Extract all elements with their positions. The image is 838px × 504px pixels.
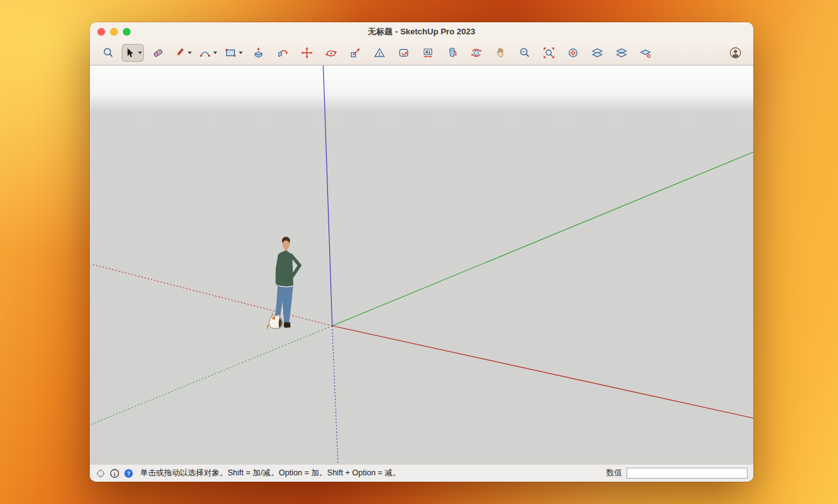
minimize-button[interactable] [110, 28, 118, 36]
help-icon[interactable]: ? [124, 468, 134, 479]
sketchup-window: 无标题 - SketchUp Pro 2023 A1 [90, 22, 753, 482]
axis-blue-solid [323, 66, 332, 326]
axis-red-solid [332, 326, 753, 418]
push-pull-tool-button[interactable] [248, 44, 269, 62]
svg-text:?: ? [127, 470, 130, 477]
dimension-tool-button[interactable]: A1 [417, 44, 438, 62]
pencil-icon [173, 46, 186, 59]
zoom-tool-button[interactable] [514, 44, 535, 62]
measurement-label: 数值 [606, 468, 622, 479]
section-plane-display-tool-button[interactable] [586, 44, 607, 62]
dropdown-caret-icon [213, 52, 217, 54]
protractor-tool-button[interactable] [369, 44, 390, 62]
select-tool-button[interactable] [122, 44, 144, 62]
shapes-tool-button[interactable] [222, 44, 245, 62]
viewport-canvas[interactable] [90, 66, 753, 464]
rectangle-icon [224, 46, 237, 59]
arc-tool-button[interactable] [197, 44, 219, 62]
geolocation-icon[interactable] [96, 468, 106, 479]
pan-tool-button[interactable] [490, 44, 511, 62]
scale-figure-person[interactable] [273, 237, 300, 328]
section-settings-icon [639, 46, 652, 59]
model-space [90, 66, 753, 464]
paint-bucket-tool-button[interactable] [441, 44, 462, 62]
axis-green-dotted [91, 326, 332, 424]
eraser-icon [152, 46, 164, 59]
follow-me-tool-button[interactable] [272, 44, 293, 62]
paint-bucket-icon [446, 46, 458, 59]
zoom-extents-icon [543, 46, 555, 59]
zoom-button[interactable] [123, 28, 131, 36]
toolbar: A1 [90, 41, 753, 66]
move-tool-button[interactable] [296, 44, 317, 62]
offset-tool-button[interactable] [393, 44, 414, 62]
user-account-icon [728, 46, 742, 60]
eraser-tool-button[interactable] [147, 44, 168, 62]
rotate-icon [325, 46, 337, 59]
zoom-extents-tool-button[interactable] [538, 44, 559, 62]
arc-icon [199, 46, 211, 59]
window-titlebar[interactable]: 无标题 - SketchUp Pro 2023 [90, 22, 753, 41]
dropdown-caret-icon [138, 52, 142, 54]
status-message: 单击或拖动以选择对象。Shift = 加/减。Option = 加。Shift … [140, 468, 401, 479]
overlays-gear-icon [567, 46, 579, 59]
traffic-lights [97, 22, 131, 41]
pan-hand-icon [494, 46, 507, 59]
dimension-icon: A1 [422, 46, 434, 59]
move-arrows-icon [301, 46, 313, 59]
offset-icon [397, 46, 410, 59]
measurement-input[interactable] [627, 468, 748, 479]
scale-tool-button[interactable] [344, 44, 366, 62]
toolbar-tools: A1 [97, 44, 725, 62]
axis-blue-dotted [332, 326, 338, 464]
status-bar: i ? 单击或拖动以选择对象。Shift = 加/减。Option = 加。Sh… [90, 464, 753, 482]
search-tool-button[interactable] [97, 44, 118, 62]
dropdown-caret-icon [188, 52, 192, 54]
orbit-icon [470, 46, 483, 59]
overlays-tool-button[interactable] [562, 44, 583, 62]
window-title: 无标题 - SketchUp Pro 2023 [368, 26, 475, 38]
scale-icon [349, 46, 362, 59]
dropdown-caret-icon [239, 52, 243, 54]
axis-green-solid [332, 152, 753, 326]
orbit-tool-button[interactable] [465, 44, 486, 62]
push-pull-icon [252, 46, 265, 59]
close-button[interactable] [97, 28, 105, 36]
svg-text:i: i [114, 470, 116, 477]
zoom-icon [518, 46, 531, 59]
info-icon[interactable]: i [110, 468, 120, 479]
account-button[interactable] [725, 44, 746, 62]
follow-me-icon [276, 46, 289, 59]
search-icon [102, 46, 115, 59]
section-cuts-icon [615, 46, 628, 59]
rotate-tool-button[interactable] [320, 44, 341, 62]
section-planes-icon [591, 46, 604, 59]
section-settings-tool-button[interactable] [635, 44, 656, 62]
select-arrow-icon [124, 46, 136, 59]
protractor-icon [373, 46, 386, 59]
svg-text:A1: A1 [425, 50, 430, 54]
section-cuts-display-tool-button[interactable] [611, 44, 632, 62]
line-tool-button[interactable] [171, 44, 194, 62]
